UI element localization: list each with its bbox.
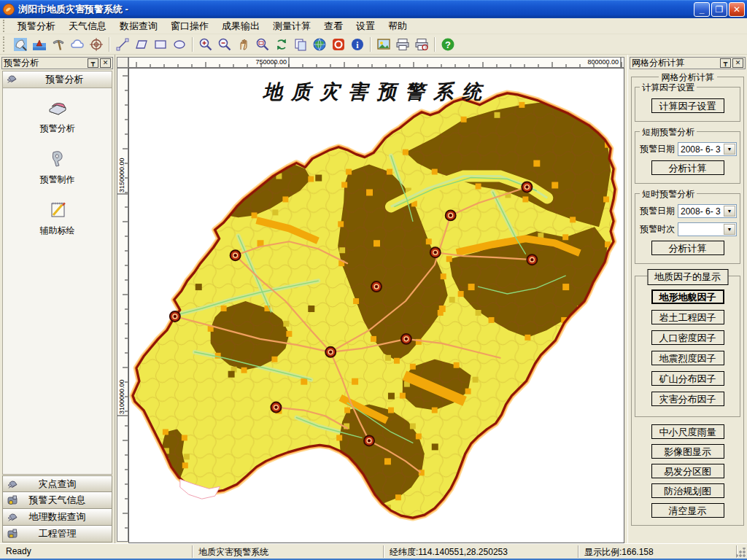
button-矿山分布因子[interactable]: 矿山分布因子 xyxy=(651,371,724,386)
disaster-point-icon[interactable] xyxy=(31,36,48,53)
button-清空显示[interactable]: 清空显示 xyxy=(651,503,724,518)
stop-icon[interactable] xyxy=(330,36,347,53)
town-marker xyxy=(325,347,336,357)
left-panel-bar-2[interactable]: 预警天气信息 xyxy=(2,492,112,509)
left-panel-bar-4[interactable]: 工程管理 xyxy=(2,526,112,542)
map-title: 地质灾害预警系统 xyxy=(129,79,624,105)
chevron-down-icon[interactable]: ▼ xyxy=(724,206,735,217)
info-icon[interactable]: i xyxy=(349,36,366,53)
left-panel-item-2[interactable]: 预警制作 xyxy=(3,147,112,186)
cloud-icon[interactable] xyxy=(69,36,86,53)
town-marker xyxy=(231,250,241,260)
map-svg xyxy=(129,69,624,542)
chevron-down-icon[interactable]: ▼ xyxy=(724,144,735,155)
rectangle-tool-icon[interactable] xyxy=(152,36,169,53)
town-marker xyxy=(430,247,441,257)
section-3: 短时预警分析预警日期2008- 6- 3▼预警时次▼分析计算 xyxy=(635,193,740,264)
resize-grip[interactable] xyxy=(736,548,746,557)
warning-time-combobox[interactable]: ▼ xyxy=(678,222,737,236)
menu-item-6[interactable]: 测量计算 xyxy=(266,18,317,34)
ruler-top-scale: 750000.00800000.00 xyxy=(129,58,624,67)
warning-date-combobox[interactable]: 2008- 6- 3▼ xyxy=(678,204,737,218)
section-title: 地质因子的显示 xyxy=(647,269,728,285)
satellite-dish-icon[interactable] xyxy=(12,36,29,53)
refresh-icon[interactable] xyxy=(273,36,290,53)
town-marker xyxy=(271,402,281,413)
ruler-left: 3150000.003100000.00 xyxy=(117,68,128,542)
toolbar-grip[interactable] xyxy=(3,36,8,52)
analysis-calc-button[interactable]: 分析计算 xyxy=(651,241,724,255)
book-icon xyxy=(46,96,69,121)
left-panel-bar-1[interactable]: 灾点查询 xyxy=(2,475,112,492)
zoom-out-icon[interactable] xyxy=(216,36,233,53)
window-title: 浏阳市地质灾害预警系统 - xyxy=(18,3,128,16)
left-panel-bar-label: 工程管理 xyxy=(3,527,112,540)
minimize-button[interactable]: _ xyxy=(694,2,710,17)
zoom-window-icon[interactable] xyxy=(254,36,271,53)
button-影像图显示[interactable]: 影像图显示 xyxy=(651,444,724,459)
button-岩土工程因子[interactable]: 岩土工程因子 xyxy=(651,310,724,324)
menu-item-5[interactable]: 成果输出 xyxy=(215,18,266,34)
left-panel-bar-3[interactable]: 地理数据查询 xyxy=(2,509,112,526)
title-bar: 浏阳市地质灾害预警系统 - _ ❐ ✕ xyxy=(0,0,747,18)
svg-text:3100000.00: 3100000.00 xyxy=(118,379,125,414)
target-icon[interactable] xyxy=(88,36,105,53)
copy-layers-icon[interactable] xyxy=(292,36,309,53)
warning-date-combobox[interactable]: 2008- 6- 3▼ xyxy=(678,142,737,156)
chevron-down-icon[interactable]: ▼ xyxy=(724,224,735,235)
toolbar-separator xyxy=(192,37,193,52)
menu-item-9[interactable]: 帮助 xyxy=(382,18,414,34)
status-field-4: 显示比例:166.158 xyxy=(580,545,737,558)
pan-hand-icon[interactable] xyxy=(235,36,252,53)
svg-text:800000.00: 800000.00 xyxy=(587,58,619,66)
pin-icon[interactable]: ┳ xyxy=(88,58,98,68)
toolbar-separator xyxy=(434,37,436,52)
pin-icon[interactable]: ┳ xyxy=(720,58,731,68)
print-icon[interactable] xyxy=(394,36,411,53)
left-panel-header[interactable]: 预警分析 xyxy=(2,71,112,88)
button-人口密度因子[interactable]: 人口密度因子 xyxy=(651,330,724,345)
line-tool-icon[interactable] xyxy=(114,36,131,53)
button-中小尺度雨量[interactable]: 中小尺度雨量 xyxy=(651,424,724,439)
workbench-icon xyxy=(7,478,18,492)
button-计算因子设置[interactable]: 计算因子设置 xyxy=(651,98,724,113)
button-地震烈度因子[interactable]: 地震烈度因子 xyxy=(651,351,724,365)
polygon-tool-icon[interactable] xyxy=(133,36,150,53)
analysis-calc-button[interactable]: 分析计算 xyxy=(651,160,724,175)
menu-item-7[interactable]: 查看 xyxy=(317,18,349,34)
button-灾害分布因子[interactable]: 灾害分布因子 xyxy=(651,392,724,406)
town-marker xyxy=(522,182,532,192)
restore-button[interactable]: ❐ xyxy=(711,2,727,17)
left-panel-item-1[interactable]: 预警分析 xyxy=(3,96,112,135)
combobox-value: 2008- 6- 3 xyxy=(678,206,724,217)
pick-tool-icon[interactable] xyxy=(50,36,67,53)
ellipse-tool-icon[interactable] xyxy=(171,36,188,53)
button-地形地貌因子[interactable]: 地形地貌因子 xyxy=(651,289,724,304)
section-title: 短期预警分析 xyxy=(640,126,697,139)
status-bar: Ready地质灾害预警系统经纬度:114.140551,28.250253显示比… xyxy=(0,543,747,559)
help-icon[interactable]: ? xyxy=(439,36,457,53)
menu-item-1[interactable]: 预警分析 xyxy=(11,18,62,34)
section-title: 计算因子设置 xyxy=(640,82,697,94)
zoom-in-icon[interactable] xyxy=(197,36,214,53)
menu-item-4[interactable]: 窗口操作 xyxy=(164,18,215,34)
close-button[interactable]: ✕ xyxy=(729,2,745,17)
ruler-top: 750000.00800000.00 xyxy=(128,57,624,68)
globe-icon[interactable] xyxy=(311,36,328,53)
image-view-icon[interactable] xyxy=(375,36,392,53)
menu-item-3[interactable]: 数据查询 xyxy=(113,18,164,34)
menu-item-2[interactable]: 天气信息 xyxy=(62,18,113,34)
extra-buttons: 中小尺度雨量影像图显示易发分区图防治规划图清空显示 xyxy=(632,424,743,518)
button-易发分区图[interactable]: 易发分区图 xyxy=(651,464,724,478)
left-panel-item-3[interactable]: 辅助标绘 xyxy=(3,198,112,237)
menu-item-8[interactable]: 设置 xyxy=(349,18,382,34)
print-preview-icon[interactable] xyxy=(413,36,430,53)
menu-grip[interactable] xyxy=(3,20,8,32)
close-icon[interactable]: ✕ xyxy=(100,58,111,68)
section-2: 短期预警分析预警日期2008- 6- 3▼分析计算 xyxy=(635,131,740,184)
button-防治规划图[interactable]: 防治规划图 xyxy=(651,483,724,498)
map-canvas[interactable]: 地质灾害预警系统 xyxy=(128,68,624,543)
close-icon[interactable]: ✕ xyxy=(732,58,743,68)
svg-text:?: ? xyxy=(445,39,451,50)
town-marker xyxy=(371,281,382,292)
